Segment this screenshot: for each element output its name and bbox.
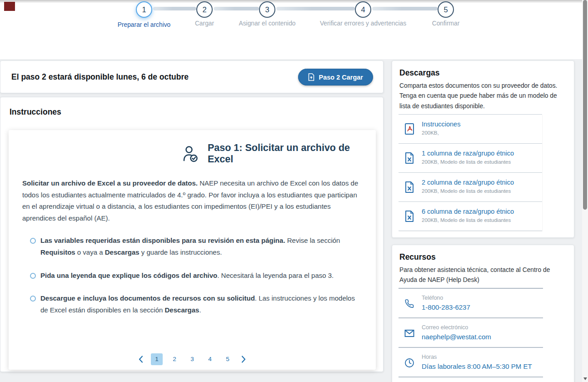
naep-file-upload-page: 1 Preparar el archivo 2 Cargar 3 Asignar… xyxy=(0,0,588,382)
upload-document-icon xyxy=(308,73,314,81)
instructions-section: Instrucciones Paso 1: Solicitar un archi… xyxy=(0,97,384,372)
phone-link[interactable]: 1-800-283-6237 xyxy=(422,303,470,311)
stepper-connector xyxy=(372,7,438,10)
pagination-page-4[interactable]: 4 xyxy=(204,353,216,365)
contact-row-phone: Teléfono 1-800-283-6237 xyxy=(399,289,543,318)
pagination-page-1[interactable]: 1 xyxy=(151,353,163,365)
download-meta: 200KB, Modelo de lista de estudiantes xyxy=(422,217,511,223)
step-5-circle[interactable]: 5 xyxy=(438,1,454,18)
step-5-label: Confirmar xyxy=(391,20,500,27)
bullet-legend: Pida una leyenda que explique los código… xyxy=(30,270,358,281)
contact-row-hours: Horas Días laborales 8:00 AM–5:30 PM ET xyxy=(399,348,543,377)
resources-title: Recursos xyxy=(399,252,436,262)
scrollbar-down-arrow-icon[interactable] xyxy=(583,377,587,380)
excel-file-icon xyxy=(404,181,415,196)
step-2-circle[interactable]: 2 xyxy=(196,1,213,18)
download-item-1-columna[interactable]: 1 columna de raza/grupo étnico 200KB, Mo… xyxy=(399,144,542,173)
downloads-panel: Descargas Comparta estos documentos con … xyxy=(392,60,574,238)
step-3-label: Asignar el contenido xyxy=(213,20,322,27)
download-meta: 200KB, Modelo de lista de estudiantes xyxy=(422,159,511,165)
downloads-title: Descargas xyxy=(399,68,440,78)
instructions-title: Instrucciones xyxy=(10,107,61,117)
intro-lead: Solicitar un archivo de Excel a su prove… xyxy=(22,179,198,187)
step-4-circle[interactable]: 4 xyxy=(355,1,371,18)
downloads-description: Comparta estos documentos con su proveed… xyxy=(399,81,568,111)
step-3-number: 3 xyxy=(265,5,269,14)
stepper-connector xyxy=(153,7,196,10)
excel-file-icon xyxy=(404,152,415,166)
download-meta: 200KB, xyxy=(422,130,439,136)
contact-label: Horas xyxy=(422,354,437,360)
resources-contact-list: Teléfono 1-800-283-6237 Correo electróni… xyxy=(399,288,543,377)
step-3-circle[interactable]: 3 xyxy=(259,1,275,18)
download-link[interactable]: 2 columna de raza/grupo étnico xyxy=(422,179,514,186)
pagination-page-5[interactable]: 5 xyxy=(222,353,234,365)
contact-label: Teléfono xyxy=(422,295,443,301)
banner-button-label: Paso 2 Cargar xyxy=(319,74,363,81)
email-link[interactable]: naephelp@westat.com xyxy=(422,333,491,341)
step1-heading: Paso 1: Solicitar un archivo de Excel xyxy=(208,142,376,165)
download-link[interactable]: 1 columna de raza/grupo étnico xyxy=(422,150,514,157)
step1-heading-row: Paso 1: Solicitar un archivo de Excel xyxy=(180,142,376,165)
download-item-2-columna[interactable]: 2 columna de raza/grupo étnico 200KB, Mo… xyxy=(399,173,542,202)
download-meta: 200KB, Modelo de lista de estudiantes xyxy=(422,188,511,194)
scrollbar-thumb[interactable] xyxy=(583,0,587,210)
download-item-6-columna[interactable]: 6 columna de raza/grupo étnico 200KB, Mo… xyxy=(399,202,542,231)
email-icon xyxy=(404,328,415,341)
step1-instructions-card: Paso 1: Solicitar un archivo de Excel So… xyxy=(9,130,376,370)
stepper-connector xyxy=(276,7,355,10)
pagination-page-3[interactable]: 3 xyxy=(186,353,198,365)
step-4-number: 4 xyxy=(361,5,365,14)
step1-intro-paragraph: Solicitar un archivo de Excel a su prove… xyxy=(22,177,362,224)
bullet-variables: Las variables requeridas están disponibl… xyxy=(30,235,358,258)
step-1-circle[interactable]: 1 xyxy=(136,1,152,18)
excel-file-icon xyxy=(404,210,415,225)
step-5-number: 5 xyxy=(443,5,448,14)
user-check-icon xyxy=(180,144,199,163)
resources-panel: Recursos Para obtener asistencia técnica… xyxy=(392,245,574,382)
instruction-bullet-list: Las variables requeridas están disponibl… xyxy=(30,235,358,316)
download-link[interactable]: Instrucciones xyxy=(422,121,460,128)
downloads-list: Instrucciones 200KB, 1 columna de raza/g… xyxy=(399,114,542,231)
download-link[interactable]: 6 columna de raza/grupo étnico xyxy=(422,208,514,215)
resources-description: Para obtener asistencia técnica, contact… xyxy=(399,265,568,286)
contact-row-email: Correo electrónico naephelp@westat.com xyxy=(399,318,543,348)
clock-icon xyxy=(404,357,415,370)
wizard-stepper: 1 Preparar el archivo 2 Cargar 3 Asignar… xyxy=(0,0,588,50)
step-1-number: 1 xyxy=(142,5,146,14)
step-2-number: 2 xyxy=(202,5,206,14)
hours-value: Días laborales 8:00 AM–5:30 PM ET xyxy=(422,362,532,370)
phone-icon xyxy=(404,298,415,311)
pdf-file-icon xyxy=(404,123,415,137)
step2-availability-banner: El paso 2 estará disponible lunes, 6 de … xyxy=(0,60,384,93)
pagination-page-2[interactable]: 2 xyxy=(169,353,180,365)
banner-title: El paso 2 estará disponible lunes, 6 de … xyxy=(11,72,189,82)
instructions-pagination: 1 2 3 4 5 xyxy=(9,353,376,365)
pagination-prev-icon[interactable] xyxy=(137,354,145,364)
contact-label: Correo electrónico xyxy=(422,324,468,331)
bullet-download-docs: Descargue e incluya los documentos de re… xyxy=(30,292,358,316)
download-item-instrucciones[interactable]: Instrucciones 200KB, xyxy=(399,115,542,144)
paso-2-cargar-button[interactable]: Paso 2 Cargar xyxy=(298,69,373,85)
stepper-connector xyxy=(214,7,259,10)
pagination-next-icon[interactable] xyxy=(239,354,248,364)
